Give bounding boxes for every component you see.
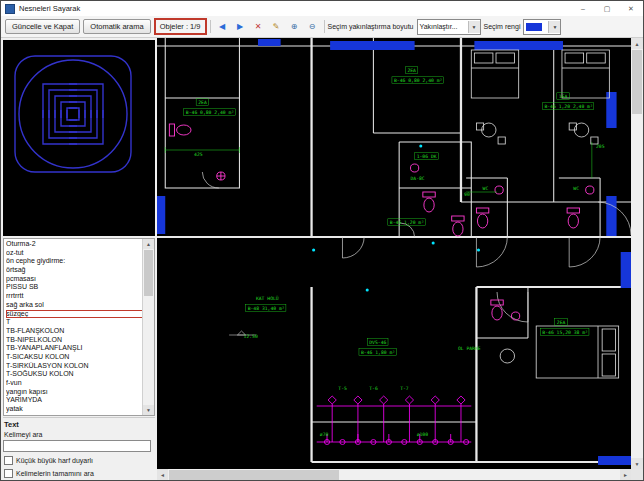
cad-label: B-46 1,80 m² xyxy=(361,350,395,355)
cad-label: 2EA xyxy=(407,68,416,73)
text-section-header: Text xyxy=(3,417,155,430)
update-close-button[interactable]: Güncelle ve Kapat xyxy=(5,19,80,35)
list-item[interactable]: yangın kapısı xyxy=(6,388,143,397)
cad-label: B-46 15,20 38 m² xyxy=(542,330,588,335)
list-item[interactable]: T-SİRKÜLASYON KOLON xyxy=(6,362,143,371)
minimize-button[interactable]: – xyxy=(571,1,595,16)
vertical-scroll-thumb[interactable] xyxy=(632,50,642,114)
scroll-left-icon[interactable]: ◄ xyxy=(157,469,168,481)
horizontal-scroll-thumb[interactable] xyxy=(169,470,339,480)
floor-plan-drawing[interactable]: 2EAB-46 0,80 2,40 m²2EAB-46 0,80 2,40 m²… xyxy=(157,38,631,469)
zoom-size-value: Yakınlaştır... xyxy=(418,23,460,30)
scroll-up-icon[interactable]: ▲ xyxy=(143,239,154,249)
search-word-input[interactable] xyxy=(3,440,151,452)
cad-label: 90 xyxy=(464,192,470,197)
selection-color-swatch xyxy=(526,23,542,31)
case-sensitive-checkbox[interactable] xyxy=(4,456,13,465)
zoom-size-label: Seçim yakınlaştırma boyutu xyxy=(328,23,414,30)
case-sensitive-row: Küçük büyük harf duyarlı xyxy=(3,456,155,465)
list-item[interactable]: T-SOĞUKSU KOLON xyxy=(6,370,143,379)
cad-label: 2EA xyxy=(198,100,207,105)
whole-words-row: Kelimelerin tamamını ara xyxy=(3,469,155,478)
list-item[interactable]: ön cephe giydirme: xyxy=(6,257,143,266)
titlebar: Nesneleri Sayarak – ▢ ✕ xyxy=(1,1,643,16)
cad-label: ø100 xyxy=(417,432,429,437)
remove-selection-icon[interactable]: ✕ xyxy=(250,18,267,35)
auto-search-button[interactable]: Otomatik arama xyxy=(83,19,150,35)
selection-color-dropdown[interactable]: ▼ xyxy=(523,19,561,35)
cad-label: KAT HOLÜ xyxy=(256,295,279,301)
cad-label: 425 xyxy=(194,152,203,157)
highlight-object-icon[interactable]: ✎ xyxy=(268,18,285,35)
block-list-scrollbar[interactable]: ▲ ▼ xyxy=(142,239,154,415)
cad-label: B-46 0,80 2,40 m² xyxy=(394,78,443,83)
previous-object-icon[interactable]: ◀ xyxy=(214,18,231,35)
chevron-down-icon: ▼ xyxy=(468,21,480,33)
plumbing-manifold xyxy=(317,396,472,445)
list-item[interactable]: f-vun xyxy=(6,379,143,388)
cyan-markers xyxy=(312,145,480,292)
block-preview xyxy=(3,40,155,236)
list-item[interactable]: TB-FLANŞKOLON xyxy=(6,327,143,336)
cad-label: OL PARKE xyxy=(458,346,481,351)
list-item[interactable]: oz-tut xyxy=(6,249,143,258)
list-item[interactable]: sağ arka sol xyxy=(6,301,143,310)
zoom-size-dropdown[interactable]: Yakınlaştır... ▼ xyxy=(417,19,481,35)
app-window: Nesneleri Sayarak – ▢ ✕ Güncelle ve Kapa… xyxy=(0,0,644,481)
list-item[interactable]: T-SICAKSU KOLON xyxy=(6,353,143,362)
cad-label: ø70 xyxy=(320,432,329,437)
search-word-label: Kelimeyi ara xyxy=(3,430,155,440)
list-item[interactable]: TB-NİPELKOLON xyxy=(6,336,143,345)
case-sensitive-label: Küçük büyük harf duyarlı xyxy=(16,457,93,464)
scroll-down-icon[interactable]: ▼ xyxy=(143,405,154,415)
toolbar: Güncelle ve Kapat Otomatik arama Objeler… xyxy=(1,16,643,38)
cad-label: 12.50 xyxy=(244,334,258,339)
list-item-selected[interactable]: süzgeç xyxy=(6,310,143,319)
dimension-lines xyxy=(165,142,592,192)
cad-label: T-7 xyxy=(400,386,409,391)
close-button[interactable]: ✕ xyxy=(619,1,643,16)
cad-label: WC xyxy=(573,186,579,191)
zoom-out-icon[interactable]: ⊖ xyxy=(304,18,321,35)
cad-label: 1EA xyxy=(559,94,568,99)
cad-canvas[interactable]: 2EAB-46 0,80 2,40 m²2EAB-46 0,80 2,40 m²… xyxy=(157,38,643,481)
list-item[interactable]: örtsağ xyxy=(6,266,143,275)
list-item[interactable]: Oturma-2 xyxy=(6,240,143,249)
scroll-down-icon[interactable]: ▼ xyxy=(631,458,643,469)
text-search-panel: Text Kelimeyi ara Küçük büyük harf duyar… xyxy=(3,417,155,478)
whole-words-checkbox[interactable] xyxy=(4,469,13,478)
cad-label: 2EA xyxy=(557,320,566,325)
next-object-icon[interactable]: ▶ xyxy=(232,18,249,35)
scroll-up-icon[interactable]: ▲ xyxy=(631,38,643,49)
cad-label: T-6 xyxy=(369,386,378,391)
zoom-in-icon[interactable]: ⊕ xyxy=(286,18,303,35)
cad-label: B-46 0,80 2,40 m² xyxy=(186,110,235,115)
toolbar-separator xyxy=(324,20,325,33)
list-item[interactable]: rrrtrrtt xyxy=(6,292,143,301)
list-item[interactable]: T xyxy=(6,318,143,327)
list-item[interactable]: TB-YANAPLANFLANŞLI xyxy=(6,344,143,353)
cad-label: B-46 1,20 m² xyxy=(390,220,424,225)
scrollbar-corner xyxy=(631,469,643,481)
whole-words-label: Kelimelerin tamamını ara xyxy=(16,470,94,477)
block-list: Oturma-2oz-tutön cephe giydirme:örtsağpc… xyxy=(3,238,155,416)
cad-label: B-46 1,20 2,40 m² xyxy=(544,104,593,109)
list-item[interactable]: YARIMYDA xyxy=(6,396,143,405)
toolbar-icons: ◀▶✕✎⊕⊖ xyxy=(214,18,321,35)
cad-label: 205 xyxy=(596,144,605,149)
plumbing-fixtures xyxy=(169,124,594,320)
scroll-thumb[interactable] xyxy=(144,250,153,296)
scroll-right-icon[interactable]: ► xyxy=(620,469,631,481)
app-icon xyxy=(5,4,15,14)
cad-label: T-5 xyxy=(338,386,347,391)
maximize-button[interactable]: ▢ xyxy=(595,1,619,16)
list-item[interactable]: yatak xyxy=(6,405,143,414)
list-item[interactable]: PİSSU SB xyxy=(6,283,143,292)
canvas-horizontal-scrollbar[interactable]: ◄ ► xyxy=(157,469,631,481)
drain-block-drawing xyxy=(3,40,155,236)
block-list-items: Oturma-2oz-tutön cephe giydirme:örtsağpc… xyxy=(4,239,143,415)
objects-counter: Objeler : 1/9 xyxy=(154,18,207,35)
canvas-vertical-scrollbar[interactable]: ▲ ▼ xyxy=(631,38,643,469)
list-item[interactable]: pcmasası xyxy=(6,275,143,284)
chevron-down-icon: ▼ xyxy=(548,21,560,33)
